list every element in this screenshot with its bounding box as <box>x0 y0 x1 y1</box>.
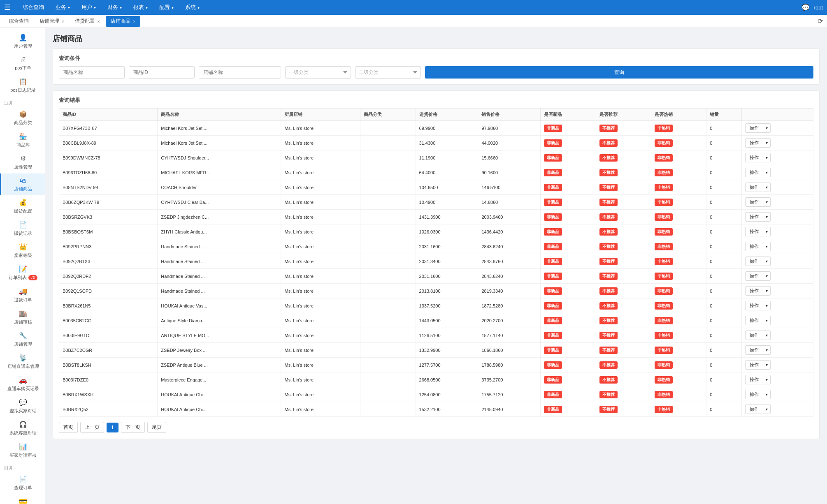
status-badge: 非热销 <box>655 154 673 162</box>
cell-shop: Ms. Lin's store <box>281 372 360 387</box>
sidebar-item-撮货记录[interactable]: 📄 撮货记录 <box>0 217 45 240</box>
cell-isnew: 非新品 <box>541 372 596 387</box>
sidebar-item-卖家等级[interactable]: 👑 卖家等级 <box>0 240 45 262</box>
action-button[interactable]: 操作 <box>745 375 763 384</box>
action-button[interactable]: 操作 <box>745 360 763 370</box>
action-dropdown-button[interactable]: ▾ <box>763 257 771 266</box>
sidebar-item-店铺审核[interactable]: 🏬 店铺审核 <box>0 306 45 328</box>
action-button[interactable]: 操作 <box>745 197 763 207</box>
table-row: B0BRX261N5 HOUKAI Antique Vas... Ms. Lin… <box>59 298 813 313</box>
status-badge: 非新品 <box>544 317 562 324</box>
action-dropdown-button[interactable]: ▾ <box>763 390 771 399</box>
action-dropdown-button[interactable]: ▾ <box>763 138 771 148</box>
search-button[interactable]: 查询 <box>425 66 813 79</box>
action-dropdown-button[interactable]: ▾ <box>763 197 771 207</box>
action-dropdown-button[interactable]: ▾ <box>763 375 771 384</box>
action-dropdown-button[interactable]: ▾ <box>763 360 771 370</box>
sidebar-item-商品库[interactable]: 🏪 商品库 <box>0 129 45 151</box>
action-button[interactable]: 操作 <box>745 257 763 266</box>
sidebar-item-直通车购买记录[interactable]: 🚗 直通车购买记录 <box>0 373 45 395</box>
action-dropdown-button[interactable]: ▾ <box>763 212 771 222</box>
nav-综合查询[interactable]: 综合查询 <box>17 0 50 15</box>
action-dropdown-button[interactable]: ▾ <box>763 286 771 296</box>
sidebar-item-撮货配置[interactable]: 💰 撮货配置 <box>0 195 45 217</box>
menu-icon[interactable]: ☰ <box>4 3 11 12</box>
action-dropdown-button[interactable]: ▾ <box>763 316 771 325</box>
sidebar-item-买家对话审核[interactable]: 📊 买家对话审核 <box>0 439 45 462</box>
action-button[interactable]: 操作 <box>745 345 763 355</box>
search-select-category2[interactable]: 二级分类 <box>355 66 421 79</box>
close-icon[interactable]: × <box>62 19 64 24</box>
nav-配置[interactable]: 配置▾ <box>153 0 179 15</box>
action-dropdown-button[interactable]: ▾ <box>763 405 771 414</box>
nav-财务[interactable]: 财务▾ <box>102 0 128 15</box>
sidebar-item-退款订单[interactable]: 🚚 退款订单 <box>0 284 45 306</box>
config-icon: 💰 <box>19 199 27 206</box>
action-button[interactable]: 操作 <box>745 286 763 296</box>
search-input-id[interactable] <box>129 66 195 79</box>
nav-用户[interactable]: 用户▾ <box>76 0 102 15</box>
sidebar-item-店铺商品[interactable]: 🛍 店铺商品 <box>0 173 45 195</box>
sidebar-item-pos日志记录[interactable]: 📋 pos日志记录 <box>0 74 45 97</box>
chat-icon[interactable]: 💬 <box>801 4 810 12</box>
action-button[interactable]: 操作 <box>745 301 763 310</box>
action-button[interactable]: 操作 <box>745 212 763 222</box>
tab-综合查询[interactable]: 综合查询 <box>4 16 34 27</box>
action-button[interactable]: 操作 <box>745 405 763 414</box>
sidebar-item-店铺直通车管理[interactable]: 📡 店铺直通车管理 <box>0 351 45 373</box>
action-dropdown-button[interactable]: ▾ <box>763 331 771 340</box>
sidebar-item-店铺管理[interactable]: 🔧 店铺管理 <box>0 328 45 351</box>
action-dropdown-button[interactable]: ▾ <box>763 227 771 236</box>
cell-sale: 2843.8760 <box>478 254 541 269</box>
action-button[interactable]: 操作 <box>745 153 763 162</box>
action-dropdown-button[interactable]: ▾ <box>763 271 771 281</box>
action-dropdown-button[interactable]: ▾ <box>763 153 771 162</box>
page-first-button[interactable]: 首页 <box>59 422 78 433</box>
sidebar-item-虚拟买家对话[interactable]: 💬 虚拟买家对话 <box>0 395 45 417</box>
action-dropdown-button[interactable]: ▾ <box>763 242 771 251</box>
action-dropdown-button[interactable]: ▾ <box>763 183 771 192</box>
action-dropdown-button[interactable]: ▾ <box>763 123 771 133</box>
action-button[interactable]: 操作 <box>745 331 763 340</box>
nav-报表[interactable]: 报表▾ <box>128 0 153 15</box>
sidebar-item-订单列表[interactable]: 📝 订单列表 70 <box>0 262 45 284</box>
cell-shop: Ms. Lin's store <box>281 269 360 284</box>
sidebar-item-属性管理[interactable]: ⚙ 属性管理 <box>0 151 45 173</box>
action-button[interactable]: 操作 <box>745 316 763 325</box>
search-input-name[interactable] <box>59 66 125 79</box>
close-icon[interactable]: × <box>133 19 135 24</box>
nav-业务[interactable]: 业务▾ <box>50 0 76 15</box>
action-button[interactable]: 操作 <box>745 168 763 177</box>
search-select-category1[interactable]: 一级分类 <box>285 66 351 79</box>
table-row: B092Q1SCPD Handmade Stained ... Ms. Lin'… <box>59 284 813 298</box>
cell-action: 操作 ▾ <box>742 165 813 180</box>
page-prev-button[interactable]: 上一页 <box>80 422 104 433</box>
sidebar-item-系统客服对话[interactable]: 🎧 系统客服对话 <box>0 417 45 439</box>
sidebar-item-pos下单[interactable]: 🖨 pos下单 <box>0 53 45 74</box>
action-button[interactable]: 操作 <box>745 183 763 192</box>
search-input-shop[interactable] <box>199 66 281 79</box>
sidebar-item-查现订单[interactable]: 📄 查现订单 <box>0 472 45 494</box>
action-dropdown-button[interactable]: ▾ <box>763 345 771 355</box>
sidebar-item-用户管理[interactable]: 👤 用户管理 <box>0 30 45 53</box>
action-button[interactable]: 操作 <box>745 227 763 236</box>
action-button[interactable]: 操作 <box>745 123 763 133</box>
action-dropdown-button[interactable]: ▾ <box>763 301 771 310</box>
page-next-button[interactable]: 下一页 <box>121 422 145 433</box>
action-button[interactable]: 操作 <box>745 138 763 148</box>
refresh-icon[interactable]: ⟳ <box>818 17 823 25</box>
action-button[interactable]: 操作 <box>745 390 763 399</box>
tab-店铺商品[interactable]: 店铺商品 × <box>106 16 140 27</box>
nav-系统[interactable]: 系统▾ <box>179 0 205 15</box>
status-badge: 非新品 <box>544 243 562 250</box>
action-dropdown-button[interactable]: ▾ <box>763 168 771 177</box>
cell-ishot: 非热销 <box>651 298 706 313</box>
tab-借贷配置[interactable]: 借贷配置 × <box>70 16 105 27</box>
close-icon[interactable]: × <box>97 19 100 24</box>
sidebar-item-商品分类[interactable]: 📦 商品分类 <box>0 107 45 129</box>
action-button[interactable]: 操作 <box>745 271 763 281</box>
sidebar-item-充值订单[interactable]: 💳 充值订单 <box>0 494 45 504</box>
tab-店铺管理[interactable]: 店铺管理 × <box>35 16 69 27</box>
action-button[interactable]: 操作 <box>745 242 763 251</box>
page-last-button[interactable]: 尾页 <box>147 422 166 433</box>
